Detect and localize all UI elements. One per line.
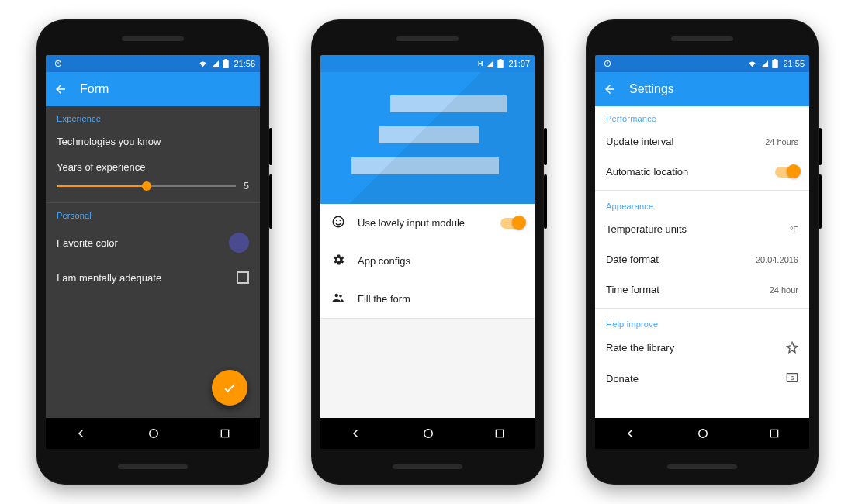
nav-recent-icon[interactable] <box>219 427 231 440</box>
options-list: Use lovely input module App configs Fill… <box>320 204 535 319</box>
date-label: Date format <box>606 254 756 265</box>
row-donate[interactable]: Donate $ <box>595 363 809 395</box>
status-bar: H 21:07 <box>320 55 535 72</box>
gear-icon <box>331 253 345 269</box>
time-value: 24 hour <box>770 285 798 295</box>
row-mentally-adequate[interactable]: I am mentally adequate <box>46 262 260 293</box>
row-app-configs[interactable]: App configs <box>320 242 535 280</box>
device-volume-button <box>269 174 272 229</box>
section-performance: Performance <box>595 106 809 126</box>
signal-icon <box>211 60 220 68</box>
main-content: Use lovely input module App configs Fill… <box>320 72 535 418</box>
signal-icon <box>486 60 494 68</box>
rate-label: Rate the library <box>606 342 786 354</box>
svg-point-7 <box>424 430 433 438</box>
wifi-icon <box>747 60 757 68</box>
row-years[interactable]: Years of experience 5 <box>46 157 260 203</box>
section-appearance: Appearance <box>595 194 809 214</box>
svg-rect-12 <box>770 430 777 437</box>
divider <box>595 308 809 309</box>
donate-label: Donate <box>606 373 786 385</box>
nav-back-icon[interactable] <box>624 426 638 440</box>
hero-bar-2 <box>379 126 479 143</box>
row-fill-form[interactable]: Fill the form <box>320 280 535 318</box>
fill-label: Fill the form <box>358 293 524 305</box>
date-value: 20.04.2016 <box>756 255 798 264</box>
alarm-icon <box>54 59 63 68</box>
hero-bar-3 <box>351 157 499 174</box>
check-icon <box>222 380 237 395</box>
alarm-icon <box>603 59 612 68</box>
row-update-interval[interactable]: Update interval 24 hours <box>595 126 809 157</box>
status-bar: 21:55 <box>595 55 809 72</box>
nav-home-icon[interactable] <box>147 426 161 440</box>
mentally-label: I am mentally adequate <box>57 272 237 284</box>
app-title: Settings <box>629 82 674 96</box>
people-icon <box>331 291 345 307</box>
device-volume-button <box>544 174 547 229</box>
device-frame-2: H 21:07 Use lovely input module <box>311 19 544 485</box>
device-power-button <box>269 128 272 165</box>
hero-bar-1 <box>390 95 507 112</box>
svg-text:$: $ <box>791 375 794 381</box>
app-bar: Settings <box>595 72 809 106</box>
autoloc-switch[interactable] <box>775 167 798 178</box>
hero-banner <box>320 72 535 204</box>
settings-content: Performance Update interval 24 hours Aut… <box>595 106 809 418</box>
divider <box>595 190 809 191</box>
configs-label: App configs <box>358 255 524 267</box>
back-button[interactable] <box>54 82 68 96</box>
star-icon <box>786 341 798 354</box>
temp-value: °F <box>790 225 798 234</box>
row-rate-library[interactable]: Rate the library <box>595 332 809 363</box>
device-volume-button <box>819 174 822 229</box>
row-time-format[interactable]: Time format 24 hour <box>595 274 809 305</box>
svg-point-11 <box>699 430 708 438</box>
years-slider[interactable] <box>57 185 236 187</box>
nav-bar <box>595 418 809 449</box>
color-swatch[interactable] <box>229 233 249 253</box>
row-favorite-color[interactable]: Favorite color <box>46 223 260 262</box>
fab-confirm[interactable] <box>212 370 248 406</box>
favcolor-label: Favorite color <box>57 237 229 249</box>
network-type-icon: H <box>478 60 483 67</box>
back-button[interactable] <box>603 82 617 96</box>
row-technologies[interactable]: Technologies you know <box>46 126 260 157</box>
nav-home-icon[interactable] <box>696 426 710 440</box>
checkbox-unchecked-icon[interactable] <box>237 271 249 284</box>
row-lovely-module[interactable]: Use lovely input module <box>320 204 535 242</box>
nav-bar <box>320 418 535 449</box>
technologies-label: Technologies you know <box>57 136 249 147</box>
row-temperature-units[interactable]: Temperature units °F <box>595 214 809 244</box>
app-title: Form <box>80 82 109 96</box>
nav-recent-icon[interactable] <box>768 427 781 440</box>
svg-point-2 <box>333 216 344 227</box>
signal-icon <box>760 60 769 68</box>
status-time: 21:07 <box>508 59 530 68</box>
section-personal: Personal <box>46 203 260 223</box>
wifi-icon <box>198 60 208 68</box>
status-time: 21:56 <box>234 59 255 68</box>
nav-home-icon[interactable] <box>421 426 435 440</box>
battery-icon <box>772 59 778 68</box>
row-date-format[interactable]: Date format 20.04.2016 <box>595 244 809 274</box>
svg-point-4 <box>340 220 341 222</box>
svg-point-5 <box>335 294 339 298</box>
status-time: 21:55 <box>783 59 805 68</box>
temp-label: Temperature units <box>606 223 790 235</box>
nav-bar <box>46 418 260 449</box>
lovely-switch[interactable] <box>500 218 524 229</box>
row-auto-location[interactable]: Automatic location <box>595 157 809 187</box>
lovely-label: Use lovely input module <box>358 217 488 229</box>
svg-rect-1 <box>221 430 228 437</box>
nav-back-icon[interactable] <box>349 426 363 440</box>
nav-back-icon[interactable] <box>74 426 88 440</box>
autoloc-label: Automatic location <box>606 166 775 178</box>
svg-point-0 <box>150 430 158 438</box>
smile-icon <box>331 215 345 231</box>
app-bar: Form <box>46 72 260 106</box>
battery-icon <box>223 59 229 68</box>
update-value: 24 hours <box>765 137 798 147</box>
battery-icon <box>497 59 504 68</box>
nav-recent-icon[interactable] <box>493 427 506 440</box>
